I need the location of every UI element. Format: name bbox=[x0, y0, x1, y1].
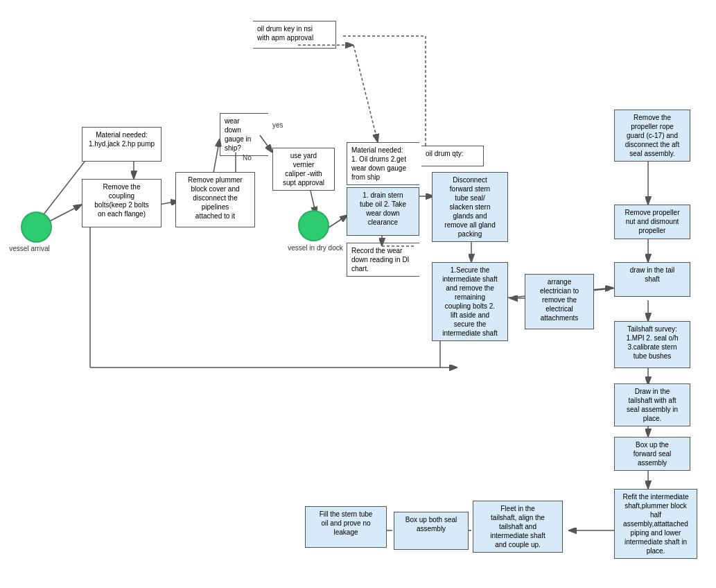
draw-tail-shaft: draw in the tail shaft bbox=[614, 262, 690, 297]
arrange-electrician: arrange electrician to remove the electr… bbox=[525, 274, 594, 329]
yes-label: yes bbox=[272, 121, 283, 129]
box-up-forward: Box up the forward seal assembly bbox=[614, 437, 690, 471]
vessel-dry-dock-circle bbox=[298, 210, 329, 241]
draw-tailshaft-aft: Draw in the tailshaft with aft seal asse… bbox=[614, 383, 690, 426]
material-needed-2: Material needed: 1. Oil drums 2.get wear… bbox=[347, 142, 419, 185]
secure-intermediate: 1.Secure the intermediate shaft and remo… bbox=[432, 262, 508, 341]
vessel-arrival-circle bbox=[21, 211, 52, 243]
wear-down-gauge: wear down gauge in ship? bbox=[220, 113, 268, 156]
vessel-arrival-label: vessel arrival bbox=[3, 245, 55, 252]
remove-propeller-nut: Remove propeller nut and dismount propel… bbox=[614, 205, 690, 239]
fill-stern: Fill the stern tube oil and prove no lea… bbox=[305, 506, 387, 548]
box-up-both: Box up both seal assembly bbox=[394, 512, 469, 550]
remove-coupling: Remove the coupling bolts(keep 2 bolts o… bbox=[82, 179, 161, 227]
tailshaft-survey: Tailshaft survey: 1.MPI 2. seal o/h 3.ca… bbox=[614, 321, 690, 368]
disconnect-forward: Disconnect forward stern tube seal/ slac… bbox=[432, 172, 508, 242]
no-label: No bbox=[243, 154, 252, 162]
oil-drum-key: oil drum key in nsi with apm approval bbox=[253, 21, 336, 49]
vessel-dry-dock-label: vessel in dry dock bbox=[284, 244, 347, 252]
material-needed-1: Material needed: 1.hyd.jack 2.hp pump bbox=[82, 127, 161, 162]
remove-propeller-rope: Remove the propeller rope guard (c-17) a… bbox=[614, 110, 690, 162]
fleet-tailshaft: Fleet in the tailshaft, align the tailsh… bbox=[473, 501, 563, 553]
remove-plummer: Remove plummer block cover and disconnec… bbox=[175, 172, 255, 227]
refit-intermediate: Refit the intermediate shaft,plummer blo… bbox=[614, 489, 697, 559]
record-wear-down: Record the wear down reading in DI chart… bbox=[347, 243, 419, 277]
drain-stern: 1. drain stern tube oil 2. Take wear dow… bbox=[347, 187, 419, 236]
svg-line-11 bbox=[353, 45, 378, 142]
oil-drum-qty: oil drum qty: bbox=[421, 146, 484, 166]
use-yard-vernier: use yard vernier caliper -with supt appr… bbox=[272, 148, 335, 191]
